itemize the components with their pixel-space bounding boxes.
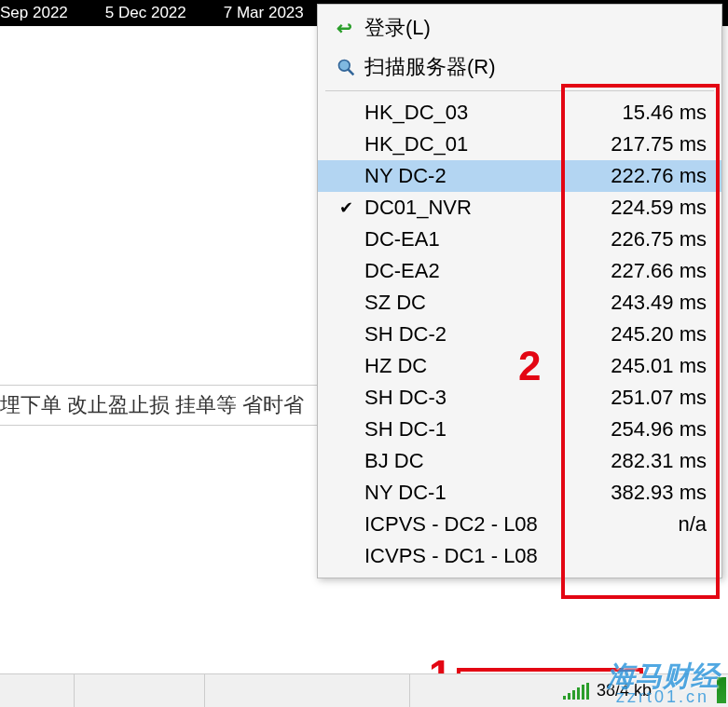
server-name: NY DC-1 xyxy=(364,481,585,505)
server-row[interactable]: SH DC-3251.07 ms xyxy=(318,382,721,414)
server-latency: 382.93 ms xyxy=(585,481,707,505)
checkmark-icon: ✔ xyxy=(327,197,364,218)
server-latency: 282.31 ms xyxy=(585,449,707,473)
server-list: HK_DC_0315.46 msHK_DC_01217.75 msNY DC-2… xyxy=(318,95,721,574)
server-latency: 243.49 ms xyxy=(585,291,707,315)
server-name: SH DC-1 xyxy=(364,417,585,442)
connection-status-cell[interactable]: 38/4 kb xyxy=(410,674,728,707)
signal-bars-icon xyxy=(563,683,589,700)
server-row[interactable]: ICPVS - DC2 - L08n/a xyxy=(318,509,721,540)
server-row[interactable]: SZ DC243.49 ms xyxy=(318,287,721,319)
magnifier-globe-icon xyxy=(327,58,364,76)
server-latency: 217.75 ms xyxy=(585,132,707,156)
date-label-2: 5 Dec 2022 xyxy=(105,4,186,22)
server-row[interactable]: ✔DC01_NVR224.59 ms xyxy=(318,192,721,224)
server-latency: 227.66 ms xyxy=(585,259,707,283)
chart-background-area: 埋下单 改止盈止损 挂单等 省时省 xyxy=(0,26,308,673)
server-name: HK_DC_01 xyxy=(364,132,585,156)
server-row[interactable]: DC-EA1226.75 ms xyxy=(318,224,721,255)
traffic-value: 38/4 kb xyxy=(597,681,652,700)
status-cell-2[interactable] xyxy=(75,674,205,707)
info-banner-text: 埋下单 改止盈止损 挂单等 省时省 xyxy=(0,385,322,426)
server-name: ICPVS - DC2 - L08 xyxy=(364,512,585,537)
server-latency: 245.01 ms xyxy=(585,354,707,378)
login-menu-item[interactable]: 登录(L) xyxy=(318,8,721,48)
server-row[interactable]: ICVPS - DC1 - L08 xyxy=(318,540,721,572)
server-row[interactable]: HK_DC_01217.75 ms xyxy=(318,129,721,160)
server-latency: 224.59 ms xyxy=(585,196,707,220)
server-row[interactable]: HZ DC245.01 ms xyxy=(318,350,721,382)
server-name: DC-EA2 xyxy=(364,259,585,283)
server-name: HK_DC_03 xyxy=(364,101,585,125)
login-icon xyxy=(327,19,364,37)
status-end-indicator xyxy=(717,677,726,703)
login-label: 登录(L) xyxy=(364,14,431,42)
server-latency: 245.20 ms xyxy=(585,322,707,347)
server-row[interactable]: SH DC-2245.20 ms xyxy=(318,319,721,350)
svg-line-1 xyxy=(349,70,354,75)
server-latency: 251.07 ms xyxy=(585,386,707,410)
menu-divider xyxy=(325,90,714,91)
server-row[interactable]: BJ DC282.31 ms xyxy=(318,445,721,477)
server-name: HZ DC xyxy=(364,354,585,378)
server-latency: 222.76 ms xyxy=(585,164,707,188)
status-bar: 38/4 kb xyxy=(0,673,728,707)
server-latency: 226.75 ms xyxy=(585,227,707,252)
server-row[interactable]: NY DC-2222.76 ms xyxy=(318,160,721,192)
server-row[interactable]: HK_DC_0315.46 ms xyxy=(318,97,721,129)
server-name: BJ DC xyxy=(364,449,585,473)
server-name: DC01_NVR xyxy=(364,196,585,220)
status-cell-3[interactable] xyxy=(205,674,410,707)
server-latency: 15.46 ms xyxy=(585,101,707,125)
server-name: NY DC-2 xyxy=(364,164,585,188)
server-name: SH DC-3 xyxy=(364,386,585,410)
server-name: SZ DC xyxy=(364,291,585,315)
scan-servers-menu-item[interactable]: 扫描服务器(R) xyxy=(318,48,721,87)
server-name: SH DC-2 xyxy=(364,322,585,347)
server-name: DC-EA1 xyxy=(364,227,585,252)
server-row[interactable]: SH DC-1254.96 ms xyxy=(318,414,721,445)
server-row[interactable]: NY DC-1382.93 ms xyxy=(318,477,721,509)
svg-point-0 xyxy=(339,61,350,72)
server-name: ICVPS - DC1 - L08 xyxy=(364,544,585,568)
date-label-1: Sep 2022 xyxy=(0,4,68,22)
server-latency: 254.96 ms xyxy=(585,417,707,442)
scan-label: 扫描服务器(R) xyxy=(364,53,496,81)
server-row[interactable]: DC-EA2227.66 ms xyxy=(318,255,721,287)
server-context-menu: 登录(L) 扫描服务器(R) HK_DC_0315.46 msHK_DC_012… xyxy=(317,4,722,578)
date-label-3: 7 Mar 2023 xyxy=(224,4,304,22)
server-latency: n/a xyxy=(585,512,707,537)
status-cell-1[interactable] xyxy=(0,674,75,707)
